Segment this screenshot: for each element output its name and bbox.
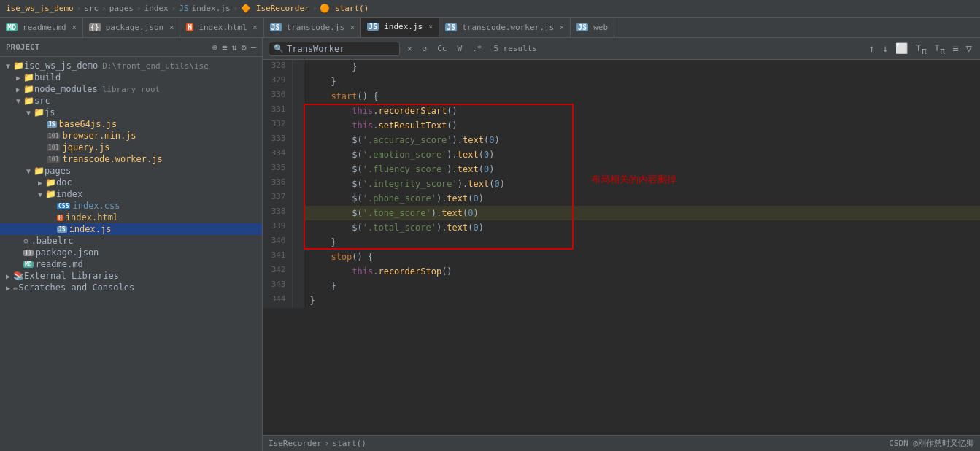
search-input[interactable] xyxy=(287,44,374,54)
line-code[interactable]: $('.tone_score').text(0) xyxy=(304,206,980,220)
search-prev-btn[interactable]: ↑ xyxy=(866,42,876,54)
tree-transcode-worker-file[interactable]: 101 transcode.worker.js xyxy=(0,153,262,165)
tree-js-folder[interactable]: ▼ 📁 js xyxy=(0,107,262,118)
code-editor[interactable]: 328 }329 }330 start() {331 this.recorder… xyxy=(263,60,980,435)
line-gutter xyxy=(292,147,304,162)
tab-index-js-close[interactable]: × xyxy=(428,23,433,31)
tree-jquery[interactable]: 101 jquery.js xyxy=(0,142,262,153)
tab-package-json[interactable]: {} package.json × xyxy=(83,18,181,37)
tab-readme[interactable]: MD readme.md × xyxy=(0,18,83,37)
package-json-label: package.json xyxy=(36,247,99,258)
tab-index-js[interactable]: JS index.js × xyxy=(361,18,439,37)
line-code[interactable]: } xyxy=(304,74,980,89)
search-refresh-btn[interactable]: ↺ xyxy=(420,43,431,54)
line-gutter xyxy=(292,250,304,264)
line-gutter xyxy=(292,206,304,220)
line-code[interactable]: } xyxy=(304,293,980,308)
tree-index-folder[interactable]: ▼ 📁 index xyxy=(0,188,262,200)
tree-root[interactable]: ▼ 📁 ise_ws_js_demo D:\front_end_utils\is… xyxy=(0,60,262,72)
tree-node-modules[interactable]: ▶ 📁 node_modules library root xyxy=(0,83,262,95)
tab-index-html-close[interactable]: × xyxy=(253,23,258,31)
line-code[interactable]: $('.accuracy_score').text(0) xyxy=(304,133,980,147)
line-code[interactable]: this.setResultText() xyxy=(304,118,980,133)
line-code[interactable]: $('.total_score').text(0) xyxy=(304,220,980,235)
sidebar-icon-expand[interactable]: ⇅ xyxy=(231,42,236,53)
tab-package-json-close[interactable]: × xyxy=(169,23,174,31)
tree-index-js[interactable]: JS index.js xyxy=(0,223,262,235)
sidebar-icon-locate[interactable]: ⊕ xyxy=(212,42,217,53)
line-code[interactable]: $('.emotion_score').text(0) xyxy=(304,147,980,162)
tab-package-json-label: package.json xyxy=(106,23,163,32)
tab-transcode-js-close[interactable]: × xyxy=(350,23,355,31)
build-icon: 📁 xyxy=(23,72,34,82)
search-align-btn[interactable]: ≡ xyxy=(950,42,960,54)
bc-src[interactable]: src xyxy=(84,4,99,13)
package-json-icon: {} xyxy=(23,250,34,256)
tree-browsermin[interactable]: 101 browser.min.js xyxy=(0,130,262,142)
search-w-btn[interactable]: W xyxy=(455,43,466,54)
tab-readme-label: readme.md xyxy=(23,23,66,32)
annotation-text: 布局相关的内容删掉 xyxy=(591,173,676,186)
tree-src[interactable]: ▼ 📁 src xyxy=(0,95,262,107)
line-code[interactable]: $('.phone_score').text(0) xyxy=(304,191,980,206)
bc-index[interactable]: index xyxy=(144,4,169,13)
tree-base64js[interactable]: JS base64js.js xyxy=(0,118,262,130)
bc-sep-4: › xyxy=(171,4,177,13)
tree-pages-folder[interactable]: ▼ 📁 pages xyxy=(0,165,262,177)
tree-index-html[interactable]: H index.html xyxy=(0,212,262,223)
bc-start[interactable]: 🟠 start() xyxy=(320,4,369,13)
search-copy-btn[interactable]: ⬜ xyxy=(893,42,910,54)
search-regex-btn[interactable]: .* xyxy=(469,43,485,54)
search-next-btn[interactable]: ↓ xyxy=(880,42,890,54)
line-code[interactable]: this.recorderStart() xyxy=(304,104,980,118)
tree-babelrc[interactable]: ⚙ .babelrc xyxy=(0,235,262,247)
js-icon-worker: JS xyxy=(445,23,457,31)
sidebar-icon-collapse[interactable]: ≡ xyxy=(222,42,227,53)
line-code[interactable]: } xyxy=(304,279,980,293)
search-cc-btn[interactable]: Cc xyxy=(434,43,450,54)
line-code[interactable]: } xyxy=(304,60,980,74)
bc-iserecorder[interactable]: 🔶 IseRecorder xyxy=(241,4,309,13)
status-start: start() xyxy=(332,439,366,448)
bc-indexjs[interactable]: index.js xyxy=(192,4,231,13)
tab-web[interactable]: JS web xyxy=(571,18,614,37)
tab-transcode-js[interactable]: JS transcode.js × xyxy=(264,18,362,37)
sidebar-icon-close[interactable]: — xyxy=(251,42,256,53)
tree-doc-folder[interactable]: ▶ 📁 doc xyxy=(0,177,262,188)
html-icon: H xyxy=(186,23,193,31)
tree-build[interactable]: ▶ 📁 build xyxy=(0,72,262,83)
node-modules-icon: 📁 xyxy=(23,84,34,94)
tab-transcode-worker[interactable]: JS transcode.worker.js × xyxy=(439,18,571,37)
tree-scratches[interactable]: ▶ ✏️ Scratches and Consoles xyxy=(0,282,262,293)
status-iserecorder: IseRecorder xyxy=(269,439,322,448)
sidebar-icon-settings[interactable]: ⚙ xyxy=(242,42,247,53)
status-breadcrumb: IseRecorder › start() xyxy=(269,439,366,448)
search-filter-btn[interactable]: ▽ xyxy=(964,42,974,54)
tree-ext-libraries[interactable]: ▶ 📚 External Libraries xyxy=(0,270,262,282)
line-gutter xyxy=(292,191,304,206)
node-modules-annotation: library root xyxy=(102,85,160,94)
search-close-btn[interactable]: ✕ xyxy=(404,43,415,54)
js-icon-transcode: JS xyxy=(270,23,282,31)
tab-transcode-worker-close[interactable]: × xyxy=(560,23,564,31)
tab-transcode-js-label: transcode.js xyxy=(287,23,344,32)
search-input-wrapper[interactable]: 🔍 xyxy=(269,42,400,56)
search-sub2-btn[interactable]: ⊤π xyxy=(932,42,947,56)
tree-index-css[interactable]: CSS index.css xyxy=(0,200,262,212)
tree-readme-md[interactable]: MD readme.md xyxy=(0,258,262,270)
tree-package-json[interactable]: {} package.json xyxy=(0,247,262,258)
line-code[interactable]: start() { xyxy=(304,89,980,104)
bc-pages[interactable]: pages xyxy=(109,4,134,13)
tab-index-js-label: index.js xyxy=(384,22,423,31)
bc-project[interactable]: ise_ws_js_demo xyxy=(6,4,74,13)
tab-index-html[interactable]: H index.html × xyxy=(180,18,263,37)
status-sep: › xyxy=(325,439,330,448)
line-code[interactable]: this.recorderStop() xyxy=(304,264,980,279)
index-js-icon: JS xyxy=(57,226,67,233)
search-sub-btn[interactable]: ⊤π xyxy=(913,42,928,56)
tab-index-html-label: index.html xyxy=(198,23,247,32)
tab-readme-close[interactable]: × xyxy=(72,23,77,31)
line-code[interactable]: stop() { xyxy=(304,250,980,264)
line-code[interactable]: } xyxy=(304,235,980,250)
search-results-count: 5 results xyxy=(493,44,537,53)
